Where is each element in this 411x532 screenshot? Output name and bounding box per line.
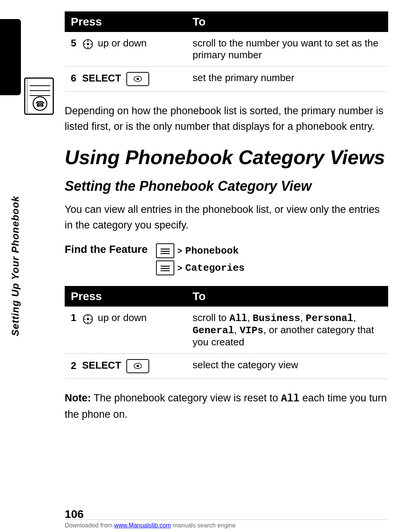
press-cell-4: 2 SELECT [65,354,186,379]
note-paragraph: Note: The phonebook category view is res… [65,390,388,422]
table-row: 6 SELECT set the primary number [65,67,388,92]
menu-icon-1 [156,243,174,258]
to-header: To [186,11,388,32]
press-text-3: up or down [98,312,147,323]
paragraph-2: You can view all entries in the phoneboo… [65,202,388,233]
step-number-1: 1 [71,312,76,323]
step-number-6: 6 [71,72,76,84]
chevron-1: > [177,246,182,256]
svg-marker-10 [87,47,89,48]
svg-marker-23 [87,315,89,316]
svg-point-28 [137,365,139,367]
select-icon-1 [126,72,149,86]
main-content: Press To 5 [65,11,388,422]
svg-rect-0 [25,78,53,114]
main-title: Using Phonebook Category Views [65,145,388,169]
press-header: Press [65,11,186,32]
press-header-2: Press [65,286,186,307]
select-label-2: SELECT [82,360,121,371]
table-top: Press To 5 [65,11,388,92]
table-row: 2 SELECT select the category view [65,354,388,379]
page-container: Setting Up Your Phonebook ☎ Press To [0,0,411,532]
table-bottom: Press To 1 [65,286,388,379]
to-header-2: To [186,286,388,307]
path-word-2: Categories [185,262,245,274]
table-row: 5 up or down [65,32,388,67]
svg-rect-1 [27,78,28,114]
find-feature-row: Find the Feature > Phonebook [65,243,388,275]
step-number-2: 2 [71,360,76,371]
svg-marker-24 [87,322,89,323]
footer-suffix: manuals search engine [173,522,236,529]
find-feature-label: Find the Feature [65,243,148,256]
path-item-2: > Categories [156,260,245,275]
paragraph-1: Depending on how the phonebook list is s… [65,103,388,134]
to-cell-4: select the category view [186,354,388,379]
select-icon-2 [126,359,149,373]
note-label: Note: [65,392,91,404]
footer-note: Downloaded from www.Manualslib.com manua… [65,519,388,529]
path-item-1: > Phonebook [156,243,245,258]
table-row: 1 up or down [65,307,388,354]
menu-icon-2 [156,260,174,275]
to-cell-2: set the primary number [186,67,388,92]
press-text-1: up or down [98,37,147,49]
svg-marker-12 [91,43,92,45]
svg-point-14 [137,78,139,80]
chevron-2: > [177,263,182,273]
svg-marker-9 [87,40,89,42]
sub-title: Setting the Phonebook Category View [65,178,388,194]
press-cell-1: 5 up or down [65,32,186,67]
sidebar-label: Setting Up Your Phonebook [10,196,21,336]
to-cell-3: scroll to All, Business, Personal, Gener… [186,307,388,354]
svg-text:☎: ☎ [35,100,45,108]
step-number-5: 5 [71,37,76,49]
footer-link[interactable]: www.Manualslib.com [114,522,171,529]
select-label-1: SELECT [82,72,121,84]
svg-marker-25 [84,318,85,320]
find-feature-path: > Phonebook > Categories [156,243,245,275]
path-word-1: Phonebook [185,245,239,257]
svg-marker-26 [91,318,92,320]
svg-marker-11 [84,43,85,45]
footer-text: Downloaded from [65,522,114,529]
phonebook-icon: ☎ [23,76,61,114]
nav-symbol-1 [82,38,95,50]
press-cell-2: 6 SELECT [65,67,186,92]
press-cell-3: 1 up or down [65,307,186,354]
nav-symbol-2 [82,312,95,324]
svg-point-8 [87,43,89,45]
note-all-word: All [281,393,299,404]
to-cell-1: scroll to the number you want to set as … [186,32,388,67]
svg-point-22 [87,318,89,320]
page-number: 106 [65,508,84,521]
